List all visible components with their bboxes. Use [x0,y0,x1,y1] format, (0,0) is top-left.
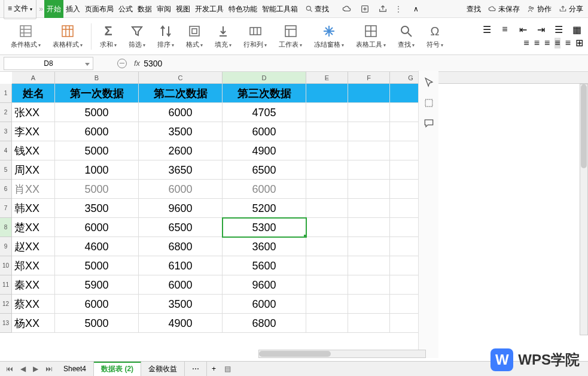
chat-icon[interactable] [423,117,435,129]
tab-nav-next[interactable]: ▶ [29,365,42,373]
cell[interactable]: 5000 [55,180,139,199]
cell[interactable] [348,160,390,180]
rowcol-button[interactable]: 行和列 [237,18,273,54]
row-8[interactable]: 8 [0,218,12,237]
cell[interactable]: 6500 [139,218,223,237]
cell[interactable]: 肖XX [12,180,55,199]
cell[interactable]: 3600 [223,237,306,256]
row-1[interactable]: 1 [0,84,12,103]
cell[interactable]: 4900 [139,314,223,333]
numlist-icon[interactable]: ☰ [480,23,493,36]
cell[interactable]: 6000 [223,122,306,141]
cell[interactable]: 杨XX [12,314,55,333]
cell[interactable]: 5900 [55,275,139,295]
collab-button[interactable]: 协作 [527,4,552,14]
tab-special[interactable]: 特色功能 [226,0,260,18]
cell[interactable]: 6100 [139,256,223,275]
row-9[interactable]: 9 [0,237,12,256]
hscrollbar[interactable] [258,350,426,358]
cell[interactable] [348,122,390,141]
header-cell[interactable] [348,84,390,103]
row-12[interactable]: 12 [0,295,12,314]
row-7[interactable]: 7 [0,199,12,218]
cell[interactable] [348,141,390,160]
hscroll-thumb[interactable] [259,351,331,357]
row-2[interactable]: 2 [0,103,12,122]
sheet-tab-1[interactable]: Sheet4 [56,362,94,377]
tab-data[interactable]: 数据 [135,0,154,18]
find-button[interactable]: 查找 [392,18,421,54]
column-headers[interactable]: A B C D E F G [12,72,588,84]
header-cell[interactable]: 第三次数据 [223,84,306,103]
align-justify-icon[interactable]: ≡ [555,38,560,48]
cell[interactable] [306,199,348,218]
unsaved-badge[interactable]: 未保存 [488,4,520,14]
cell[interactable]: 9600 [223,275,306,295]
cell[interactable]: 5000 [55,256,139,275]
cell[interactable]: 6000 [55,218,139,237]
cell[interactable]: 2600 [139,141,223,160]
filter-button[interactable]: 筛选 [123,18,151,54]
fill-icon[interactable]: ▦ [570,23,583,36]
cell[interactable]: 3650 [139,160,223,180]
worksheet-button[interactable]: 工作表 [273,18,308,54]
file-menu[interactable]: ≡ 文件▾ [4,0,36,19]
cell[interactable]: 6000 [139,275,223,295]
cell[interactable] [306,180,348,199]
cell[interactable]: 6000 [55,295,139,314]
tab-nav-first[interactable]: ⏮ [2,365,17,373]
search-right[interactable]: 查找 [467,4,481,14]
align-right-icon[interactable]: ≡ [544,38,550,48]
row-11[interactable]: 11 [0,275,12,295]
cell[interactable] [306,103,348,122]
cell[interactable]: 郑XX [12,256,55,275]
snap-icon[interactable]: ⊞ [575,37,583,48]
tab-nav-last[interactable]: ⏭ [42,365,56,373]
cell[interactable]: 1000 [55,160,139,180]
header-cell[interactable] [306,84,348,103]
row-5[interactable]: 5 [0,160,12,180]
vscrollbar[interactable] [580,84,588,335]
symbol-button[interactable]: Ω符号 [421,18,449,54]
name-box[interactable]: D8 [4,57,93,70]
cell[interactable]: 6800 [223,314,306,333]
tab-insert[interactable]: 插入 [63,0,83,18]
header-cell[interactable]: 第二次数据 [139,84,223,103]
select-icon[interactable] [423,97,435,109]
cell[interactable] [306,160,348,180]
cell[interactable] [306,218,348,237]
tab-dev[interactable]: 开发工具 [193,0,226,18]
cell[interactable] [348,275,390,295]
format-button[interactable]: 格式 [180,18,209,54]
cell[interactable]: 3500 [55,199,139,218]
fx-icon[interactable]: fx [134,59,140,68]
cell[interactable]: 6000 [223,180,306,199]
cell[interactable] [306,256,348,275]
share-icon[interactable] [378,4,388,14]
tab-review[interactable]: 审阅 [154,0,173,18]
cell[interactable]: 周XX [12,160,55,180]
cell[interactable]: 秦XX [12,275,55,295]
cell[interactable]: 5300 [223,218,306,237]
cell[interactable] [306,295,348,314]
cell[interactable]: 5000 [55,103,139,122]
add-sheet-button[interactable]: + [207,365,221,373]
cell[interactable] [348,314,390,333]
cell[interactable] [306,237,348,256]
cell[interactable] [348,180,390,199]
cell[interactable] [306,122,348,141]
sheet-tab-2[interactable]: 数据表 (2) [94,362,141,377]
cell[interactable]: 6000 [223,295,306,314]
cell[interactable] [306,141,348,160]
cell[interactable]: 5600 [223,256,306,275]
cell[interactable]: 6000 [139,103,223,122]
align-left-icon[interactable]: ≡ [523,38,529,48]
header-cell[interactable]: 姓名 [12,84,55,103]
cell[interactable] [348,295,390,314]
cell[interactable] [348,237,390,256]
share-button[interactable]: 分享 [559,4,583,14]
row-headers[interactable]: 12345678910111213 [0,84,12,333]
cell[interactable] [348,218,390,237]
cell[interactable]: 6500 [223,160,306,180]
cell[interactable]: 9600 [139,199,223,218]
